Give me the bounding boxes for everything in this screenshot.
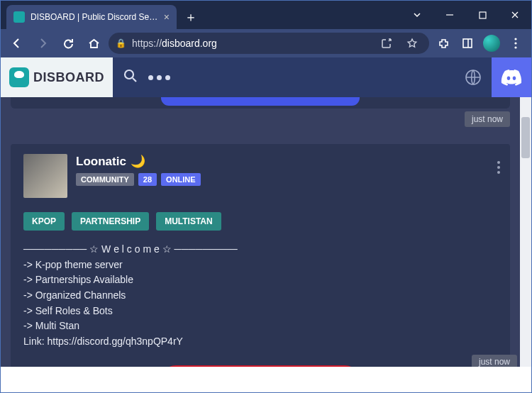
badge-online: ONLINE [161,173,201,186]
tag-list: KPOPPARTNERSHIPMULTISTAN [23,212,497,231]
description-line: Link: https://discord.gg/qh3npQP4rY [23,334,497,350]
svg-rect-0 [480,12,486,18]
svg-point-5 [125,70,133,79]
discord-icon [501,69,522,86]
extensions-icon[interactable] [433,33,453,53]
chevron-down-icon[interactable] [401,4,433,26]
lock-icon: 🔒 [116,38,126,48]
maximize-button[interactable] [466,4,499,26]
new-tab-button[interactable]: ＋ [181,7,201,27]
bookmark-icon[interactable] [402,33,422,53]
badge-member-count: 28 [138,173,157,186]
discord-login-button[interactable] [492,57,531,97]
back-button[interactable] [6,33,28,54]
moon-emoji-icon: 🌙 [131,154,145,169]
timestamp-badge-bottom: just now [472,355,517,367]
server-badges: COMMUNITY 28 ONLINE [76,173,201,186]
sidepanel-icon[interactable] [458,33,477,53]
share-icon[interactable] [377,33,397,53]
tag-kpop[interactable]: KPOP [23,212,65,231]
brand-logo[interactable]: DISBOARD [1,57,113,97]
svg-point-3 [514,42,516,44]
card-menu-icon[interactable] [497,161,500,174]
minimize-button[interactable] [433,4,466,26]
scrollbar-track[interactable] [520,97,531,367]
url-text: https://disboard.org [132,38,371,49]
more-options-icon[interactable] [148,75,170,80]
description-line: ───────── ☆ W e l c o m e ☆ ───────── [23,242,497,258]
site-header: DISBOARD [1,57,531,97]
svg-rect-1 [463,39,472,48]
close-window-button[interactable] [499,4,531,26]
join-server-button[interactable]: JOIN THIS SERVER [160,365,360,367]
server-thumbnail[interactable] [23,154,67,198]
description-line: -> K-pop theme server [23,258,497,273]
description-line: -> Partnerships Available [23,272,497,288]
browser-toolbar: 🔒 https://disboard.org [1,29,531,57]
search-icon[interactable] [123,68,138,87]
scrollbar-thumb[interactable] [521,117,530,158]
tab-title: DISBOARD | Public Discord Serve [31,12,158,22]
server-card: Loonatic 🌙 COMMUNITY 28 ONLINE KPOPPARTN… [11,144,510,367]
brand-name: DISBOARD [33,70,104,85]
forward-button[interactable] [32,33,53,54]
browser-tab[interactable]: DISBOARD | Public Discord Serve × [6,5,177,29]
browser-tabstrip: DISBOARD | Public Discord Serve × ＋ [1,1,531,29]
svg-point-4 [514,46,516,48]
tab-favicon-icon [13,11,25,23]
language-icon[interactable] [459,63,487,92]
description-line: -> Organized Channels [23,288,497,304]
previous-card-bottom [11,97,510,109]
timestamp-badge: just now [465,111,510,127]
tag-multistan[interactable]: MULTISTAN [156,212,221,231]
address-bar[interactable]: 🔒 https://disboard.org [109,33,429,54]
close-tab-icon[interactable]: × [164,11,170,23]
server-description: ───────── ☆ W e l c o m e ☆ ─────────-> … [23,242,497,350]
description-line: -> Multi Stan [23,319,497,334]
page-content: just now Loonatic 🌙 COMMUNITY 28 ONLINE [1,97,531,367]
reload-button[interactable] [57,33,79,54]
server-title[interactable]: Loonatic 🌙 [76,154,201,169]
home-button[interactable] [83,33,104,54]
tag-partnership[interactable]: PARTNERSHIP [72,212,149,231]
kebab-menu-icon[interactable] [506,33,526,53]
svg-point-2 [514,38,516,40]
profile-avatar[interactable] [482,33,501,53]
badge-community: COMMUNITY [76,173,134,186]
description-line: -> Self Roles & Bots [23,304,497,319]
disboard-logo-icon [9,67,29,87]
